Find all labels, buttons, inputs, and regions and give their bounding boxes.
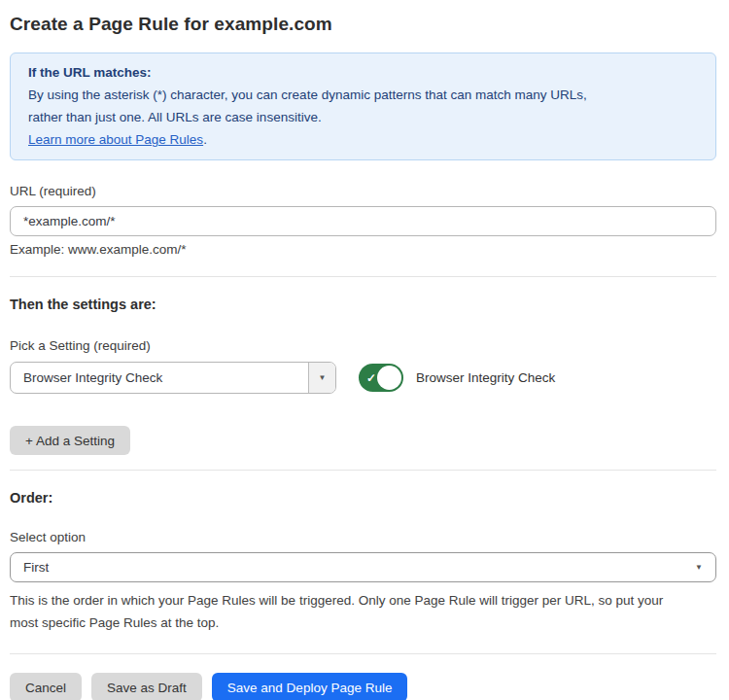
caret-down-icon: ▼ (695, 564, 703, 572)
order-section-heading: Order: (10, 490, 716, 506)
learn-more-link[interactable]: Learn more about Page Rules (28, 132, 203, 147)
url-helper-text: Example: www.example.com/* (10, 242, 716, 257)
caret-down-icon: ▼ (319, 374, 327, 382)
check-icon: ✓ (366, 370, 376, 384)
setting-picker-label: Pick a Setting (required) (10, 338, 716, 353)
setting-select[interactable]: Browser Integrity Check ▼ (10, 362, 336, 394)
info-box-link-line: Learn more about Page Rules. (28, 128, 698, 151)
order-helper-line1: This is the order in which your Page Rul… (10, 589, 716, 612)
settings-section-heading: Then the settings are: (10, 297, 716, 312)
info-box-body-line1: By using the asterisk (*) character, you… (28, 84, 698, 106)
order-helper-text: This is the order in which your Page Rul… (10, 589, 716, 634)
order-helper-line2: most specific Page Rules at the top. (10, 612, 716, 634)
page-title: Create a Page Rule for example.com (10, 14, 716, 35)
divider-footer (10, 653, 716, 654)
page-rule-form: Create a Page Rule for example.com If th… (0, 0, 729, 700)
cancel-button[interactable]: Cancel (10, 673, 82, 700)
order-select-value: First (23, 560, 695, 575)
divider-settings (10, 470, 716, 471)
url-input[interactable] (10, 206, 716, 236)
url-field-label: URL (required) (10, 184, 716, 198)
info-box-body-line2: rather than just one. All URLs are case … (28, 106, 698, 128)
toggle-knob (377, 366, 401, 390)
order-select-label: Select option (10, 530, 716, 544)
setting-select-caret-button[interactable]: ▼ (308, 363, 335, 393)
save-and-deploy-button[interactable]: Save and Deploy Page Rule (212, 673, 408, 700)
link-period: . (203, 132, 207, 147)
order-select[interactable]: First ▼ (10, 552, 716, 582)
footer-actions: Cancel Save as Draft Save and Deploy Pag… (10, 673, 716, 700)
divider-url (10, 276, 716, 277)
toggle-label: Browser Integrity Check (416, 370, 555, 385)
url-match-info-box: If the URL matches: By using the asteris… (10, 52, 716, 160)
add-setting-button[interactable]: + Add a Setting (10, 426, 130, 455)
info-box-heading: If the URL matches: (28, 61, 698, 84)
setting-row: Browser Integrity Check ▼ ✓ Browser Inte… (10, 362, 716, 394)
setting-select-value: Browser Integrity Check (11, 363, 308, 393)
save-as-draft-button[interactable]: Save as Draft (91, 673, 202, 700)
browser-integrity-toggle[interactable]: ✓ (359, 364, 403, 392)
toggle-wrap: ✓ Browser Integrity Check (359, 364, 555, 392)
